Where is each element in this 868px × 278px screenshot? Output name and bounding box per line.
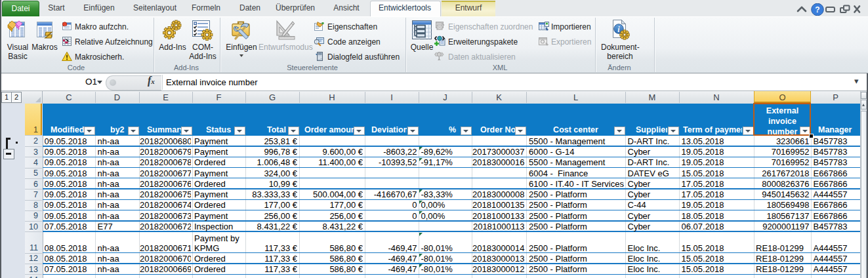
svg-text:?: ?: [815, 5, 819, 14]
